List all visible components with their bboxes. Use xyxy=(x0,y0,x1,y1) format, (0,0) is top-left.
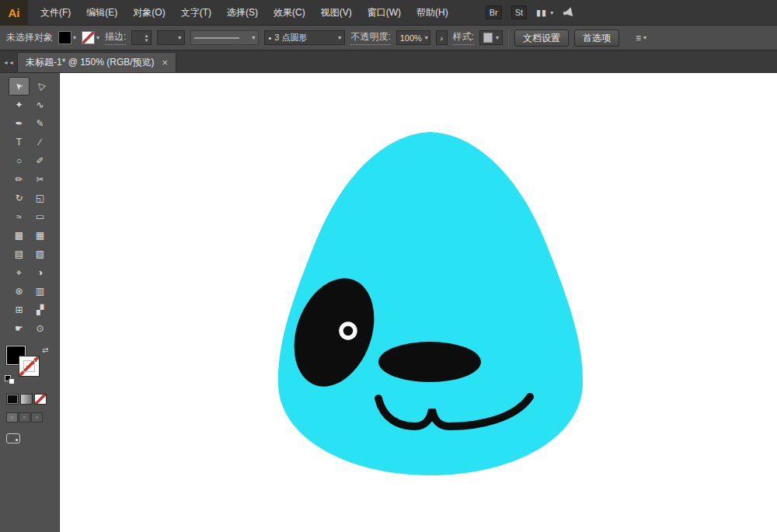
blend-tool[interactable]: ◑ xyxy=(30,263,51,282)
stroke-weight-label[interactable]: 描边: xyxy=(105,30,126,45)
fill-color-swatch[interactable] xyxy=(58,31,71,44)
shape-builder-tool[interactable]: ▩ xyxy=(9,226,30,245)
bridge-button[interactable]: Br xyxy=(486,5,502,19)
chevron-down-icon: ▾ xyxy=(425,34,428,41)
ellipse-tool-icon: ○ xyxy=(16,155,22,166)
spinner-down-icon[interactable]: ▾ xyxy=(145,38,148,43)
opacity-panel-expand-button[interactable]: › xyxy=(436,30,448,45)
scissors-tool[interactable]: ✂ xyxy=(30,170,51,189)
app-logo[interactable]: Ai xyxy=(0,0,28,26)
panel-menu-control[interactable]: ≡ ▾ xyxy=(636,33,646,43)
hand-tool[interactable]: ☛ xyxy=(9,319,30,338)
direct-selection-tool[interactable]: ▷ xyxy=(30,77,51,96)
chevron-down-icon: ▾ xyxy=(73,34,76,41)
screen-mode-button[interactable] xyxy=(6,433,20,443)
color-button[interactable] xyxy=(6,394,19,405)
style-dropdown[interactable]: ▾ xyxy=(479,30,503,45)
scissors-tool-icon: ✂ xyxy=(36,174,44,185)
brush-dot-icon: • xyxy=(268,33,271,43)
tools-grid: ➤ ▷ ✦ ∿ ✒ ✎ T ∕ ○ ✐ ✏ ✂ ↻ ◱ ≈ ▭ ▩ ▦ ▤ ▧ … xyxy=(0,73,59,338)
column-graph-tool-icon: ▥ xyxy=(36,286,44,297)
announcement-icon[interactable] xyxy=(563,7,575,18)
stroke-weight-dropdown[interactable]: ▾ xyxy=(157,30,185,45)
draw-normal-button[interactable]: ▫ xyxy=(6,412,18,422)
magic-wand-tool[interactable]: ✦ xyxy=(9,96,30,114)
menu-help[interactable]: 帮助(H) xyxy=(409,0,456,25)
document-setup-button[interactable]: 文档设置 xyxy=(514,30,569,47)
mesh-tool[interactable]: ▤ xyxy=(9,245,30,263)
menu-select[interactable]: 选择(S) xyxy=(219,0,266,25)
document-tab[interactable]: 未标题-1* @ 150% (RGB/预览) × xyxy=(17,52,176,72)
menu-view[interactable]: 视图(V) xyxy=(313,0,360,25)
app-bar-right: Br St ▮▮ ▾ xyxy=(486,5,576,19)
artboard-tool[interactable]: ⊞ xyxy=(9,301,30,319)
curvature-tool[interactable]: ✎ xyxy=(30,114,51,133)
draw-behind-button[interactable]: ▫ xyxy=(19,412,30,422)
symbol-sprayer-tool[interactable]: ⊛ xyxy=(9,282,30,301)
preferences-button[interactable]: 首选项 xyxy=(574,30,619,47)
gradient-button[interactable] xyxy=(20,394,33,405)
screen-mode-row xyxy=(6,432,59,446)
eyedropper-tool[interactable]: ⌖ xyxy=(9,263,30,282)
default-fill-stroke-icon[interactable] xyxy=(5,375,17,385)
menu-window[interactable]: 窗口(W) xyxy=(360,0,409,25)
divider xyxy=(508,30,509,47)
ellipse-tool[interactable]: ○ xyxy=(9,151,30,170)
brush-definition-dropdown[interactable]: • 3 点圆形 ▾ xyxy=(264,30,345,45)
spinner-arrows-icon[interactable]: ▴ ▾ xyxy=(145,33,148,43)
swap-fill-stroke-icon[interactable]: ⇄ xyxy=(42,346,48,354)
opacity-label[interactable]: 不透明度: xyxy=(350,30,390,45)
menu-effect[interactable]: 效果(C) xyxy=(266,0,313,25)
none-button[interactable] xyxy=(34,394,47,405)
menu-lines-icon: ≡ xyxy=(636,33,641,43)
lasso-tool[interactable]: ∿ xyxy=(30,96,51,114)
opacity-value: 100% xyxy=(400,33,422,43)
workspace-switcher[interactable]: ▮▮ ▾ xyxy=(536,8,553,18)
shape-builder-tool-icon: ▩ xyxy=(15,230,23,241)
pencil-tool[interactable]: ✏ xyxy=(9,170,30,189)
canvas[interactable] xyxy=(60,73,777,532)
stock-button[interactable]: St xyxy=(511,5,527,19)
free-transform-tool[interactable]: ▭ xyxy=(30,207,51,226)
tab-close-icon[interactable]: × xyxy=(162,58,169,68)
collapse-panel-icon[interactable]: ◄◄ xyxy=(0,60,17,72)
workspace-icon: ▮▮ xyxy=(536,8,547,18)
drawing-mode-buttons: ▫ ▫ ▫ xyxy=(6,412,59,422)
zoom-tool[interactable]: ⊙ xyxy=(30,319,51,338)
tools-panel: ➤ ▷ ✦ ∿ ✒ ✎ T ∕ ○ ✐ ✏ ✂ ↻ ◱ ≈ ▭ ▩ ▦ ▤ ▧ … xyxy=(0,73,60,532)
menu-type[interactable]: 文字(T) xyxy=(173,0,219,25)
type-tool[interactable]: T xyxy=(9,133,30,151)
opacity-input[interactable]: 100% ▾ xyxy=(396,30,430,45)
slice-tool-icon: ▞ xyxy=(37,304,44,315)
main-menus: 文件(F) 编辑(E) 对象(O) 文字(T) 选择(S) 效果(C) 视图(V… xyxy=(33,0,456,25)
paintbrush-tool[interactable]: ✐ xyxy=(30,151,51,170)
direct-selection-tool-icon: ▷ xyxy=(33,80,46,92)
menu-object[interactable]: 对象(O) xyxy=(125,0,172,25)
chevron-down-icon: ▾ xyxy=(496,34,499,41)
gradient-tool[interactable]: ▧ xyxy=(30,245,51,263)
width-tool[interactable]: ≈ xyxy=(9,207,30,226)
draw-inside-button[interactable]: ▫ xyxy=(31,412,43,422)
rotate-tool[interactable]: ↻ xyxy=(9,189,30,207)
variable-width-profile-dropdown[interactable]: ▾ xyxy=(190,30,259,45)
fill-color-control[interactable]: ▾ xyxy=(58,31,76,44)
nose-shape[interactable] xyxy=(378,342,481,382)
pen-tool[interactable]: ✒ xyxy=(9,114,30,133)
fill-stroke-indicator: ⇄ xyxy=(5,346,54,386)
stroke-color-control[interactable]: ▾ xyxy=(82,31,99,44)
scale-tool-icon: ◱ xyxy=(36,193,44,203)
column-graph-tool[interactable]: ▥ xyxy=(30,282,51,301)
menu-edit[interactable]: 编辑(E) xyxy=(78,0,125,25)
perspective-grid-tool[interactable]: ▦ xyxy=(30,226,51,245)
selection-tool[interactable]: ➤ xyxy=(9,77,30,96)
stroke-none-swatch[interactable] xyxy=(82,31,95,44)
menu-file[interactable]: 文件(F) xyxy=(33,0,78,25)
width-tool-icon: ≈ xyxy=(16,211,22,222)
chevron-down-icon: ▾ xyxy=(643,34,646,41)
scale-tool[interactable]: ◱ xyxy=(30,189,51,207)
stroke-swatch[interactable] xyxy=(19,356,39,376)
stroke-weight-spinner[interactable]: ▴ ▾ xyxy=(131,30,152,45)
slice-tool[interactable]: ▞ xyxy=(30,301,51,319)
style-label[interactable]: 样式: xyxy=(453,30,474,45)
line-segment-tool[interactable]: ∕ xyxy=(30,133,51,151)
